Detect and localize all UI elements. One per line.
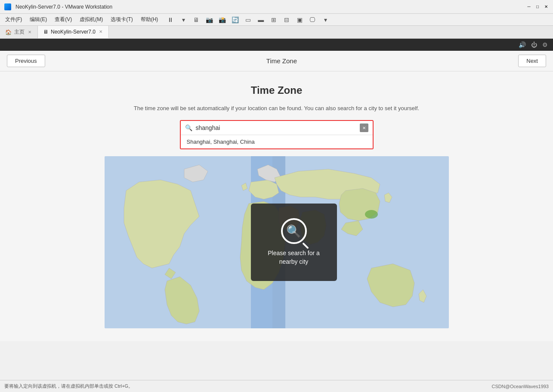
tab-home-label: 主页 <box>14 28 25 36</box>
minimize-button[interactable]: ─ <box>525 3 532 10</box>
app-icon <box>3 3 12 11</box>
toolbar-dropdown[interactable]: ▾ <box>179 15 188 25</box>
page-description: The time zone will be set automatically … <box>134 105 419 111</box>
menu-file[interactable]: 文件(F) <box>2 15 25 24</box>
tab-home-close[interactable]: ✕ <box>27 29 32 35</box>
menu-view[interactable]: 查看(V) <box>51 15 75 24</box>
overlay-search-icon: 🔍 <box>281 218 307 244</box>
next-button[interactable]: Next <box>518 55 546 67</box>
send-files-icon[interactable]: 🖥 <box>192 15 201 25</box>
search-dropdown: Shanghai, Shanghai, China <box>181 135 373 148</box>
power-icon[interactable]: ⏻ <box>531 41 537 48</box>
nav-title: Time Zone <box>266 57 297 65</box>
search-result-item[interactable]: Shanghai, Shanghai, China <box>181 135 373 148</box>
view1-icon[interactable]: ▭ <box>243 15 253 25</box>
view3-icon[interactable]: ⊞ <box>269 15 278 25</box>
previous-button[interactable]: Previous <box>7 55 45 67</box>
main-content: Time Zone The time zone will be set auto… <box>0 71 553 341</box>
window-controls[interactable]: ─ □ ✕ <box>525 3 550 10</box>
restore-button[interactable]: □ <box>534 3 541 10</box>
search-icon: 🔍 <box>185 124 192 131</box>
menu-bar: 文件(F) 编辑(E) 查看(V) 虚拟机(M) 选项卡(T) 帮助(H) ⏸ … <box>0 14 553 26</box>
tab-vm-label: NeoKylin-Server7.0 <box>51 29 96 35</box>
menu-vm[interactable]: 虚拟机(M) <box>76 15 106 24</box>
search-box: 🔍 ✕ Shanghai, Shanghai, China <box>180 120 374 149</box>
view4-icon[interactable]: ⊟ <box>282 15 291 25</box>
map-container: 🔍 Please search for a nearby city <box>105 156 449 328</box>
volume-icon[interactable]: 🔊 <box>519 41 526 48</box>
menu-edit[interactable]: 编辑(E) <box>26 15 50 24</box>
search-clear-button[interactable]: ✕ <box>360 123 368 132</box>
toolbar: ⏸ ▾ 🖥 📷 📸 🔄 ▭ ▬ ⊞ ⊟ ▣ 🖵 ▾ <box>166 15 330 25</box>
title-bar: NeoKylin-Server7.0 - VMware Workstation … <box>0 0 553 14</box>
bottom-status-bar: 要将输入定向到该虚拟机，请在虚拟机内部单击或按 Ctrl+G。 CSDN@Oce… <box>0 380 553 392</box>
page-title: Time Zone <box>251 84 303 96</box>
close-button[interactable]: ✕ <box>543 3 550 10</box>
snapshot3-icon[interactable]: 🔄 <box>230 15 240 25</box>
display-icon[interactable]: 🖵 <box>308 15 317 25</box>
search-container: 🔍 ✕ Shanghai, Shanghai, China <box>180 120 374 149</box>
console-icon[interactable]: ▣ <box>295 15 304 25</box>
tab-vm-close[interactable]: ✕ <box>98 29 103 34</box>
snapshot-icon[interactable]: 📷 <box>204 15 214 25</box>
display-dropdown[interactable]: ▾ <box>321 15 330 25</box>
search-input[interactable] <box>196 124 360 131</box>
svg-point-3 <box>365 210 378 219</box>
snapshot2-icon[interactable]: 📸 <box>217 15 227 25</box>
menu-help[interactable]: 帮助(H) <box>137 15 162 24</box>
settings-icon[interactable]: ⚙ <box>542 41 548 48</box>
overlay-text: Please search for a nearby city <box>260 249 328 266</box>
tab-vm[interactable]: 🖥 NeoKylin-Server7.0 ✕ <box>38 26 109 38</box>
menu-tabs[interactable]: 选项卡(T) <box>107 15 136 24</box>
map-overlay-panel: 🔍 Please search for a nearby city <box>251 204 337 281</box>
status-left-text: 要将输入定向到该虚拟机，请在虚拟机内部单击或按 Ctrl+G。 <box>4 383 133 389</box>
home-icon: 🏠 <box>5 29 12 35</box>
window-title: NeoKylin-Server7.0 - VMware Workstation <box>15 4 525 10</box>
vm-icon: 🖥 <box>43 29 48 35</box>
view2-icon[interactable]: ▬ <box>256 15 266 25</box>
pause-icon[interactable]: ⏸ <box>166 15 175 25</box>
search-input-row: 🔍 ✕ <box>181 121 373 135</box>
nav-bar: Previous Time Zone Next <box>0 51 553 71</box>
tab-home[interactable]: 🏠 主页 ✕ <box>0 26 38 38</box>
status-strip: 🔊 ⏻ ⚙ <box>0 39 553 51</box>
tab-bar: 🏠 主页 ✕ 🖥 NeoKylin-Server7.0 ✕ <box>0 26 553 39</box>
status-right-text: CSDN@OceanWaves1993 <box>492 384 549 389</box>
